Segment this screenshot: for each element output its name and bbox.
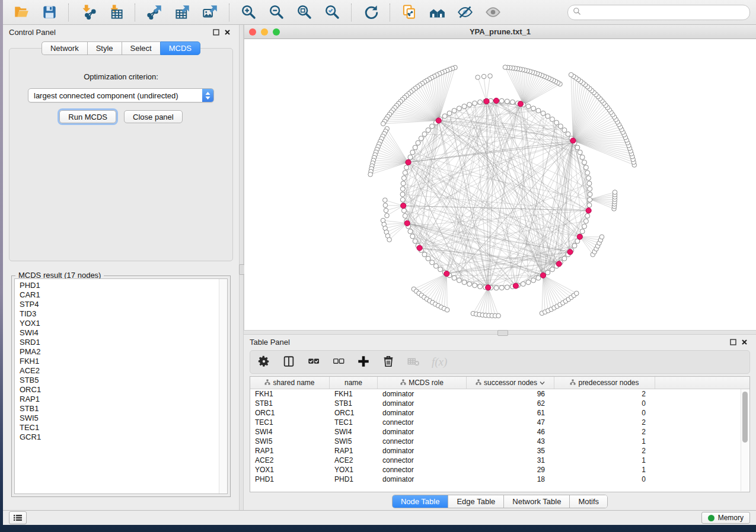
zoom-out-button[interactable] [264, 2, 289, 22]
tab-style[interactable]: Style [87, 41, 122, 55]
cell-name[interactable]: ORC1 [330, 409, 378, 417]
run-mcds-button[interactable]: Run MCDS [59, 110, 116, 123]
cell-shared-name[interactable]: YOX1 [250, 466, 330, 474]
float-panel-button[interactable] [210, 28, 222, 37]
cell-shared-name[interactable]: RAP1 [250, 447, 330, 455]
mcds-result-item[interactable]: SWI5 [20, 414, 219, 423]
mcds-result-item[interactable]: TID3 [20, 309, 219, 319]
export-network-button[interactable] [142, 2, 167, 22]
first-neighbors-button[interactable] [425, 2, 450, 22]
network-window-titlebar[interactable]: YPA_prune.txt_1 [244, 25, 756, 39]
cell-predecessor-nodes[interactable]: 0 [554, 475, 655, 483]
mcds-result-item[interactable]: ACE2 [20, 366, 219, 376]
mcds-result-item[interactable]: STB1 [20, 404, 219, 414]
cell-predecessor-nodes[interactable]: 2 [554, 447, 655, 455]
tab-network-table[interactable]: Network Table [504, 495, 570, 508]
mcds-result-item[interactable]: ORC1 [20, 385, 219, 395]
export-image-button[interactable] [197, 2, 223, 22]
close-panel-tab-button[interactable]: Close panel [124, 110, 183, 123]
memory-button[interactable]: Memory [701, 512, 750, 524]
columns-button[interactable] [281, 354, 296, 371]
scrollbar-thumb[interactable] [742, 392, 748, 443]
cell-mcds-role[interactable]: connector [378, 466, 467, 474]
table-row[interactable]: ACE2ACE2connector311 [250, 456, 749, 465]
mcds-result-item[interactable]: CAR1 [20, 290, 219, 300]
mcds-result-item[interactable]: STP4 [20, 300, 219, 309]
settings-button[interactable] [256, 354, 272, 371]
hide-selected-button[interactable] [452, 2, 478, 22]
cell-name[interactable]: PHD1 [330, 475, 378, 483]
cell-predecessor-nodes[interactable]: 0 [554, 399, 655, 408]
cell-predecessor-nodes[interactable]: 1 [554, 466, 655, 474]
cell-predecessor-nodes[interactable]: 2 [554, 428, 655, 436]
select-all-button[interactable] [306, 354, 321, 371]
cell-shared-name[interactable]: SWI5 [250, 437, 330, 446]
cell-shared-name[interactable]: ACE2 [250, 456, 330, 464]
cell-mcds-role[interactable]: dominator [378, 447, 467, 455]
table-row[interactable]: ORC1ORC1dominator610 [250, 408, 749, 418]
cell-name[interactable]: SWI4 [330, 428, 378, 436]
close-window-icon[interactable] [249, 28, 256, 36]
open-button[interactable] [9, 2, 34, 22]
cell-predecessor-nodes[interactable]: 2 [554, 418, 655, 427]
maximize-window-icon[interactable] [273, 28, 280, 36]
mcds-result-item[interactable]: STB5 [20, 376, 219, 385]
column-header-MCDS-role[interactable]: MCDS role [378, 377, 467, 389]
cell-predecessor-nodes[interactable]: 1 [554, 437, 655, 446]
cell-shared-name[interactable]: SWI4 [250, 428, 330, 436]
tab-mcds[interactable]: MCDS [160, 41, 200, 55]
cell-name[interactable]: SWI5 [330, 437, 378, 446]
cell-shared-name[interactable]: ORC1 [250, 409, 330, 417]
table-row[interactable]: STB1STB1dominator620 [250, 399, 749, 408]
zoom-fit-button[interactable] [292, 2, 317, 22]
tab-motifs[interactable]: Motifs [570, 495, 607, 508]
cell-successor-nodes[interactable]: 96 [467, 390, 554, 398]
table-row[interactable]: YOX1YOX1connector291 [250, 465, 749, 475]
cell-mcds-role[interactable]: connector [378, 437, 467, 446]
tab-edge-table[interactable]: Edge Table [448, 495, 504, 508]
mcds-result-item[interactable]: GCR1 [20, 432, 219, 442]
import-network-button[interactable] [75, 2, 101, 22]
cell-mcds-role[interactable]: dominator [378, 475, 467, 483]
cell-successor-nodes[interactable]: 46 [467, 428, 554, 436]
cell-successor-nodes[interactable]: 35 [467, 447, 554, 455]
cell-successor-nodes[interactable]: 43 [467, 437, 554, 446]
import-table-button[interactable] [103, 2, 129, 22]
mcds-result-item[interactable]: SWI4 [20, 328, 219, 338]
cell-name[interactable]: YOX1 [330, 466, 378, 474]
table-scrollbar[interactable] [741, 389, 749, 491]
add-button[interactable] [356, 354, 371, 371]
table-row[interactable]: PHD1PHD1dominator180 [250, 475, 749, 484]
mcds-result-item[interactable]: YOX1 [20, 319, 219, 328]
export-table-button[interactable] [170, 2, 195, 22]
table-row[interactable]: SWI4SWI4dominator462 [250, 427, 749, 437]
cell-mcds-role[interactable]: dominator [378, 428, 467, 436]
float-panel-button[interactable] [728, 338, 739, 347]
cell-successor-nodes[interactable]: 61 [467, 409, 554, 417]
cell-shared-name[interactable]: FKH1 [250, 390, 330, 398]
mcds-result-list[interactable]: PHD1CAR1STP4TID3YOX1SWI4SRD1PMA2FKH1ACE2… [14, 278, 228, 494]
cell-name[interactable]: STB1 [330, 399, 378, 408]
network-graph[interactable] [244, 39, 756, 330]
cell-shared-name[interactable]: STB1 [250, 399, 330, 408]
search-box[interactable] [567, 5, 750, 20]
mcds-result-item[interactable]: TEC1 [20, 423, 219, 432]
search-input[interactable] [584, 8, 745, 17]
cell-name[interactable]: RAP1 [330, 447, 378, 455]
mcds-result-item[interactable]: FKH1 [20, 357, 219, 366]
splitter-grip[interactable] [497, 330, 508, 336]
table-row[interactable]: TEC1TEC1connector472 [250, 418, 749, 427]
close-panel-button[interactable] [739, 338, 750, 347]
cell-shared-name[interactable]: PHD1 [250, 475, 330, 483]
tab-select[interactable]: Select [122, 41, 160, 55]
delete-button[interactable] [381, 354, 396, 371]
cell-successor-nodes[interactable]: 47 [467, 418, 554, 427]
duplicate-network-button[interactable] [397, 2, 422, 22]
column-header-successor-nodes[interactable]: successor nodes [467, 377, 554, 389]
minimize-window-icon[interactable] [261, 28, 268, 36]
optimization-criterion-select[interactable]: largest connected component (undirected) [28, 88, 214, 102]
node-table[interactable]: shared namenameMCDS rolesuccessor nodesp… [250, 376, 750, 492]
cell-mcds-role[interactable]: connector [378, 418, 467, 427]
close-panel-button[interactable] [222, 28, 233, 37]
cell-name[interactable]: FKH1 [330, 390, 378, 398]
